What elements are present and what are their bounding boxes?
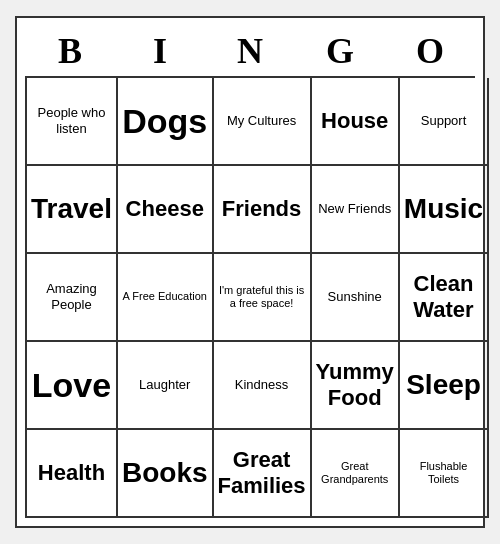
bingo-cell-text-12: I'm grateful this is a free space! — [218, 284, 306, 310]
bingo-cell-3: House — [312, 78, 400, 166]
bingo-cell-text-8: New Friends — [318, 201, 391, 217]
bingo-cell-5: Travel — [27, 166, 118, 254]
bingo-cell-0: People who listen — [27, 78, 118, 166]
bingo-cell-15: Love — [27, 342, 118, 430]
bingo-cell-text-19: Sleep — [406, 368, 481, 402]
bingo-cell-text-15: Love — [32, 365, 111, 406]
bingo-cell-8: New Friends — [312, 166, 400, 254]
bingo-cell-text-20: Health — [38, 460, 105, 486]
bingo-cell-23: Great Grandparents — [312, 430, 400, 518]
bingo-cell-text-18: Yummy Food — [316, 359, 394, 412]
bingo-cell-14: Clean Water — [400, 254, 489, 342]
bingo-cell-1: Dogs — [118, 78, 214, 166]
bingo-cell-text-11: A Free Education — [123, 290, 207, 303]
bingo-letter-B: B — [25, 26, 115, 76]
bingo-cell-13: Sunshine — [312, 254, 400, 342]
bingo-cell-18: Yummy Food — [312, 342, 400, 430]
bingo-cell-text-23: Great Grandparents — [316, 460, 394, 486]
bingo-cell-text-16: Laughter — [139, 377, 190, 393]
bingo-cell-6: Cheese — [118, 166, 214, 254]
bingo-cell-10: Amazing People — [27, 254, 118, 342]
bingo-cell-text-2: My Cultures — [227, 113, 296, 129]
bingo-cell-text-9: Music — [404, 192, 483, 226]
bingo-letter-I: I — [115, 26, 205, 76]
bingo-cell-22: Great Families — [214, 430, 312, 518]
bingo-cell-text-14: Clean Water — [404, 271, 483, 324]
bingo-cell-text-0: People who listen — [31, 105, 112, 136]
bingo-cell-9: Music — [400, 166, 489, 254]
bingo-cell-text-3: House — [321, 108, 388, 134]
bingo-cell-24: Flushable Toilets — [400, 430, 489, 518]
bingo-cell-text-5: Travel — [31, 192, 112, 226]
bingo-cell-4: Support — [400, 78, 489, 166]
bingo-letter-N: N — [205, 26, 295, 76]
bingo-grid: People who listenDogsMy CulturesHouseSup… — [25, 76, 475, 518]
bingo-cell-text-6: Cheese — [126, 196, 204, 222]
bingo-cell-17: Kindness — [214, 342, 312, 430]
bingo-cell-text-1: Dogs — [122, 101, 207, 142]
bingo-cell-text-24: Flushable Toilets — [404, 460, 483, 486]
bingo-cell-text-21: Books — [122, 456, 208, 490]
bingo-cell-11: A Free Education — [118, 254, 214, 342]
bingo-cell-text-13: Sunshine — [328, 289, 382, 305]
bingo-cell-text-10: Amazing People — [31, 281, 112, 312]
bingo-cell-text-17: Kindness — [235, 377, 288, 393]
bingo-header: BINGO — [25, 26, 475, 76]
bingo-cell-20: Health — [27, 430, 118, 518]
bingo-card: BINGO People who listenDogsMy CulturesHo… — [15, 16, 485, 528]
bingo-cell-7: Friends — [214, 166, 312, 254]
bingo-cell-text-22: Great Families — [218, 447, 306, 500]
bingo-letter-G: G — [295, 26, 385, 76]
bingo-cell-19: Sleep — [400, 342, 489, 430]
bingo-cell-2: My Cultures — [214, 78, 312, 166]
bingo-cell-21: Books — [118, 430, 214, 518]
bingo-letter-O: O — [385, 26, 475, 76]
bingo-cell-text-7: Friends — [222, 196, 301, 222]
bingo-cell-text-4: Support — [421, 113, 467, 129]
bingo-cell-12: I'm grateful this is a free space! — [214, 254, 312, 342]
bingo-cell-16: Laughter — [118, 342, 214, 430]
